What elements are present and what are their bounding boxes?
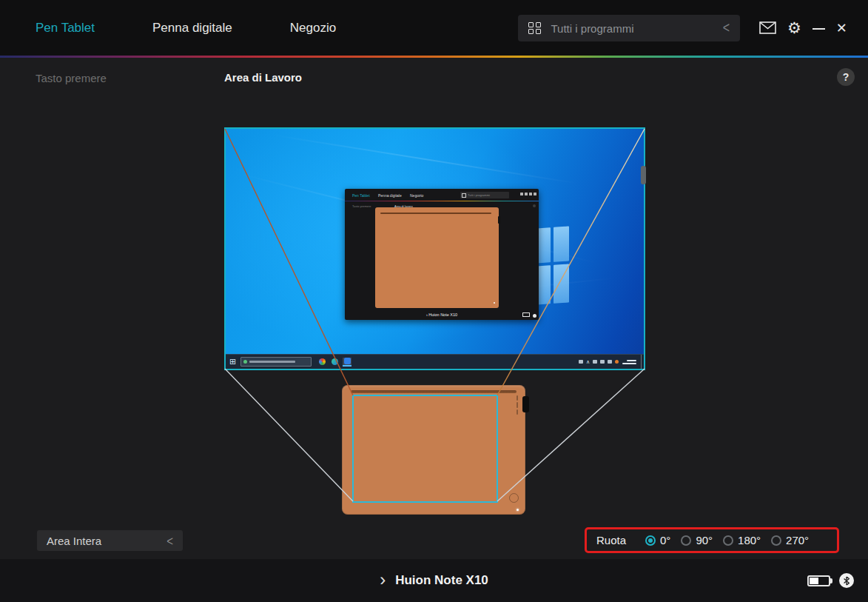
rotate-section-highlight: Ruota 0° 90° 180° 270° — [585, 527, 839, 553]
header-bar: Pen Tablet Penna digitale Negozio Tutti … — [0, 0, 868, 56]
mini-tab-pen-tablet: Pen Tablet — [352, 193, 370, 198]
rotate-option-0[interactable]: 0° — [645, 534, 670, 546]
mini-bluetooth-icon — [533, 314, 536, 318]
window-controls: ⚙ ✕ — [759, 0, 847, 56]
system-tray: ∧ — [579, 359, 619, 364]
taskbar-apps — [317, 358, 351, 367]
apps-grid-icon — [528, 22, 541, 35]
tablet-image — [342, 385, 525, 515]
area-select-dropdown[interactable]: Area Intera < — [37, 530, 183, 551]
huion-app-icon — [343, 358, 351, 367]
chevron-left-icon: < — [166, 533, 173, 548]
tablet-brand-print — [517, 395, 518, 415]
mini-device-label: › Huion Note X10 — [345, 312, 539, 317]
mail-icon[interactable] — [759, 21, 776, 34]
mini-sidebar-item: Tasto premere — [352, 204, 371, 208]
rotate-option-180[interactable]: 180° — [723, 534, 761, 546]
tablet-logo-ring — [509, 493, 519, 503]
mini-tablet-notch — [498, 216, 500, 224]
device-selector[interactable]: › Huion Note X10 — [0, 559, 868, 602]
radio-icon — [681, 535, 691, 546]
tab-negozio[interactable]: Negozio — [290, 21, 336, 36]
program-selector-label: Tutti i programmi — [551, 22, 723, 35]
rotate-option-270[interactable]: 270° — [771, 534, 809, 546]
tab-penna-digitale[interactable]: Penna digitale — [152, 21, 232, 36]
radio-selected-icon — [645, 535, 656, 546]
header-gradient-divider — [0, 56, 868, 58]
chevron-right-icon: › — [380, 571, 386, 589]
desktop-wallpaper: Pen Tablet Penna digitale Negozio Tutti … — [226, 129, 644, 369]
tablet-active-area[interactable] — [352, 395, 498, 503]
mini-driver-window: Pen Tablet Penna digitale Negozio Tutti … — [345, 189, 539, 320]
mini-tablet-led — [494, 302, 495, 304]
mapping-line-bottom-left — [225, 369, 353, 501]
mini-help-button — [533, 204, 536, 207]
taskbar-search-box — [240, 357, 312, 367]
mini-window-controls — [520, 193, 536, 195]
bluetooth-icon[interactable] — [839, 573, 854, 588]
footer-bar: › Huion Note X10 — [0, 559, 868, 602]
start-button-icon: ⊞ — [229, 358, 236, 366]
area-select-value: Area Intera — [47, 535, 166, 547]
show-desktop-button — [641, 355, 644, 369]
wallpaper-ray — [272, 134, 579, 184]
main-nav: Pen Tablet Penna digitale Negozio — [36, 0, 336, 56]
mini-tablet-image — [375, 207, 499, 308]
tablet-led — [517, 509, 519, 511]
huion-driver-window: Pen Tablet Penna digitale Negozio Tutti … — [0, 0, 868, 602]
windows-taskbar: ⊞ ∧ — [226, 354, 644, 369]
mini-program-selector: Tutti i programmi — [460, 192, 509, 198]
taskbar-clock — [622, 360, 636, 364]
mini-gradient-divider — [345, 201, 539, 201]
radio-icon — [723, 535, 733, 546]
mini-tab-penna-digitale: Penna digitale — [378, 193, 402, 198]
browser-icon — [317, 358, 326, 367]
mini-pen-groove — [380, 213, 491, 214]
chevron-left-icon[interactable]: < — [723, 20, 730, 37]
mini-tab-negozio: Negozio — [410, 193, 423, 198]
battery-icon — [807, 575, 830, 586]
mini-battery-icon — [522, 312, 530, 317]
device-name: Huion Note X10 — [395, 573, 488, 588]
help-button[interactable]: ? — [837, 68, 855, 86]
minimize-icon[interactable] — [813, 28, 825, 30]
page-title: Area di Lavoro — [224, 71, 302, 84]
rotate-option-90[interactable]: 90° — [681, 534, 713, 546]
sidebar-item-tasto-premere[interactable]: Tasto premere — [36, 72, 107, 84]
close-icon[interactable]: ✕ — [836, 21, 847, 35]
program-selector[interactable]: Tutti i programmi < — [518, 15, 740, 41]
taskbar-search-text — [249, 361, 295, 363]
rotate-label: Ruota — [596, 534, 626, 546]
tab-pen-tablet[interactable]: Pen Tablet — [36, 21, 95, 36]
monitor-side-notch — [641, 166, 646, 184]
edge-icon — [330, 358, 339, 367]
windows-logo — [536, 226, 569, 305]
monitor-preview: Pen Tablet Penna digitale Negozio Tutti … — [224, 127, 645, 370]
radio-icon — [771, 535, 781, 546]
gear-icon[interactable]: ⚙ — [787, 20, 801, 36]
tablet-side-notch — [522, 396, 529, 412]
pen-groove — [351, 390, 517, 393]
search-assistant-icon — [243, 360, 247, 364]
